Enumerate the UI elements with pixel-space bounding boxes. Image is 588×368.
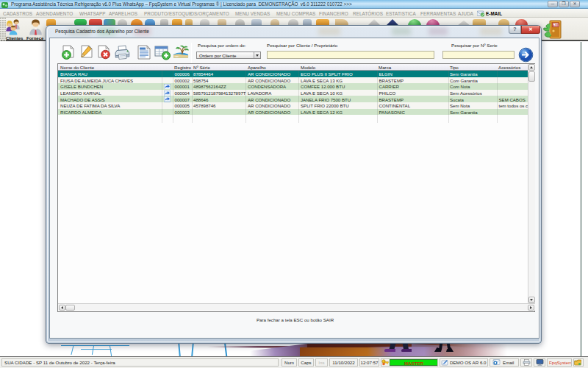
- svg-text:EXIT: EXIT: [553, 24, 560, 27]
